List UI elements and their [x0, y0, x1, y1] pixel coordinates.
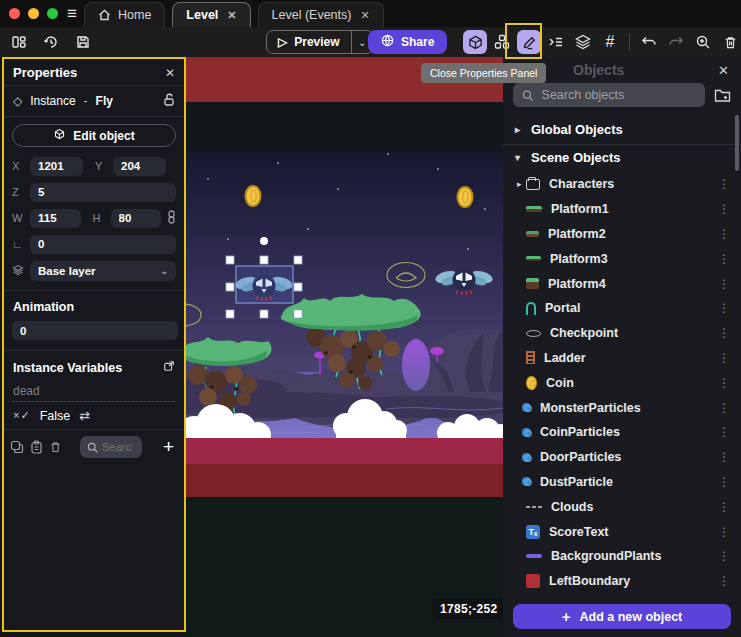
height-field[interactable] [111, 209, 162, 228]
object-menu-icon[interactable]: ⋮ [718, 525, 741, 539]
variable-value[interactable]: False [40, 409, 71, 423]
share-button[interactable]: Share [368, 30, 447, 54]
toggle-panels-icon[interactable] [7, 30, 31, 54]
object-menu-icon[interactable]: ⋮ [718, 326, 741, 340]
variable-toggle-icon[interactable]: ⇄ [79, 408, 90, 423]
add-variable-button[interactable]: + [163, 439, 178, 455]
object-thumbnail-icon [526, 179, 540, 190]
maximize-window-button[interactable] [47, 8, 58, 19]
undo-icon[interactable] [637, 30, 661, 54]
tab-level-events[interactable]: Level (Events) ✕ [258, 2, 384, 27]
object-list-item[interactable]: Ladder ⋮ [503, 346, 741, 371]
object-list-item[interactable]: Coin ⋮ [503, 370, 741, 395]
minimize-window-button[interactable] [28, 8, 39, 19]
main-menu-icon[interactable]: ≡ [61, 2, 83, 26]
scene-void-strip [186, 102, 503, 152]
object-thumbnail-icon [526, 231, 539, 237]
object-menu-icon[interactable]: ⋮ [718, 401, 741, 415]
object-groups-icon[interactable] [490, 30, 514, 54]
delete-variable-icon[interactable] [49, 440, 62, 454]
x-field[interactable] [30, 157, 83, 176]
object-list-item[interactable]: DustParticle ⋮ [503, 470, 741, 495]
lock-ratio-icon[interactable] [167, 210, 176, 227]
open-variables-icon[interactable] [163, 360, 175, 375]
object-menu-icon[interactable]: ⋮ [718, 301, 741, 315]
edit-properties-icon[interactable] [517, 30, 541, 54]
object-list-item[interactable]: BackgroundPlants ⋮ [503, 544, 741, 569]
paste-icon[interactable] [30, 440, 43, 454]
object-thumbnail-icon [526, 302, 536, 315]
objects-panel-close-icon[interactable]: ✕ [718, 63, 729, 78]
object-list-item[interactable]: LeftBoundary ⋮ [503, 569, 741, 594]
object-menu-icon[interactable]: ⋮ [718, 450, 741, 464]
coin-instance-2[interactable] [458, 187, 473, 207]
layer-select[interactable]: Base layer ⌄ [30, 261, 176, 281]
tab-level-close-icon[interactable]: ✕ [225, 9, 236, 22]
view-3d-icon[interactable] [463, 30, 487, 54]
delete-icon[interactable] [718, 30, 741, 54]
layers-icon[interactable] [571, 30, 595, 54]
object-menu-icon[interactable]: ⋮ [718, 500, 741, 514]
object-list-item[interactable]: DoorParticles ⋮ [503, 445, 741, 470]
object-list-item[interactable]: Platform1 ⋮ [503, 197, 741, 222]
variable-type-icon[interactable]: ×✓ [13, 409, 31, 422]
window-controls[interactable] [9, 8, 58, 19]
rotation-handle[interactable] [260, 237, 268, 245]
redo-icon[interactable] [664, 30, 688, 54]
zoom-in-icon[interactable] [691, 30, 715, 54]
object-thumbnail-icon [526, 525, 540, 539]
unlock-icon[interactable] [163, 93, 175, 109]
object-list-item[interactable]: Clouds ⋮ [503, 494, 741, 519]
edit-object-button[interactable]: Edit object [12, 124, 176, 147]
tab-home[interactable]: Home [84, 2, 165, 27]
object-menu-icon[interactable]: ⋮ [718, 202, 741, 216]
object-list-item[interactable]: Platform4 ⋮ [503, 271, 741, 296]
tab-level-events-close-icon[interactable]: ✕ [358, 9, 369, 22]
object-menu-icon[interactable]: ⋮ [718, 252, 741, 266]
scene-canvas[interactable]: 1785;-252 [186, 57, 503, 637]
animation-field[interactable] [12, 321, 178, 340]
object-list-item[interactable]: ▸ Characters ⋮ [503, 172, 741, 197]
object-menu-icon[interactable]: ⋮ [718, 425, 741, 439]
object-list-item[interactable]: Checkpoint ⋮ [503, 321, 741, 346]
width-field[interactable] [30, 209, 81, 228]
properties-close-icon[interactable]: ✕ [165, 66, 175, 80]
object-menu-icon[interactable]: ⋮ [718, 177, 741, 191]
save-icon[interactable] [71, 30, 95, 54]
scene-objects-group[interactable]: ▾ Scene Objects [503, 145, 741, 170]
variable-name[interactable]: dead [13, 384, 175, 402]
grid-icon[interactable]: # [598, 30, 622, 54]
preview-button[interactable]: ▷ Preview ⌄ [266, 30, 374, 54]
object-menu-icon[interactable]: ⋮ [718, 277, 741, 291]
add-folder-icon[interactable] [714, 88, 731, 103]
object-list-item[interactable]: CoinParticles ⋮ [503, 420, 741, 445]
history-icon[interactable] [39, 30, 63, 54]
objects-search-input[interactable] [542, 88, 696, 102]
object-list-item[interactable]: Portal ⋮ [503, 296, 741, 321]
global-objects-group[interactable]: ▸ Global Objects [503, 117, 741, 142]
y-field[interactable] [113, 157, 166, 176]
object-menu-icon[interactable]: ⋮ [718, 351, 741, 365]
variables-search[interactable] [80, 436, 142, 458]
coin-instance-1[interactable] [246, 186, 261, 206]
angle-field[interactable] [30, 235, 176, 254]
object-list-item[interactable]: Platform2 ⋮ [503, 222, 741, 247]
copy-icon[interactable] [10, 440, 24, 454]
variables-search-input[interactable] [102, 441, 132, 453]
object-thumbnail-icon [526, 330, 541, 337]
object-menu-icon[interactable]: ⋮ [718, 376, 741, 390]
object-menu-icon[interactable]: ⋮ [718, 227, 741, 241]
add-new-object-button[interactable]: + Add a new object [513, 604, 731, 629]
object-menu-icon[interactable]: ⋮ [718, 475, 741, 489]
close-window-button[interactable] [9, 8, 20, 19]
object-list-item[interactable]: ScoreText ⋮ [503, 519, 741, 544]
object-list-item[interactable]: Platform3 ⋮ [503, 246, 741, 271]
instances-list-icon[interactable] [544, 30, 568, 54]
object-menu-icon[interactable]: ⋮ [718, 549, 741, 563]
tab-level[interactable]: Level ✕ [172, 2, 250, 27]
objects-search[interactable] [513, 83, 705, 107]
object-menu-icon[interactable]: ⋮ [718, 574, 741, 588]
object-list-item[interactable]: MonsterParticles ⋮ [503, 395, 741, 420]
z-field[interactable] [30, 183, 176, 202]
objects-scrollbar[interactable] [735, 115, 739, 171]
